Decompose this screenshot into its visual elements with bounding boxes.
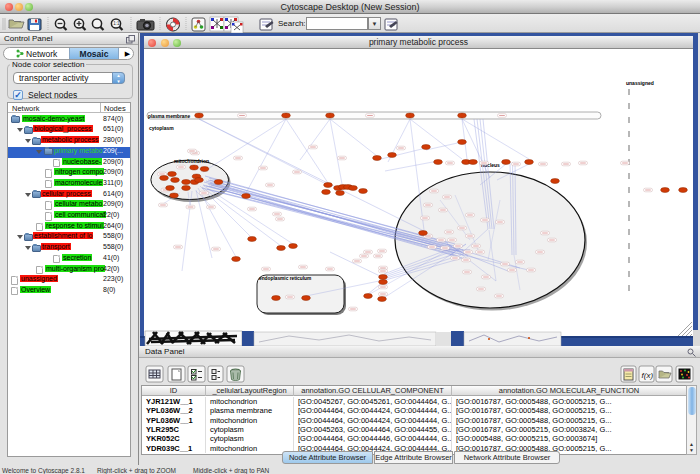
svg-text:mitochondrion: mitochondrion: [174, 158, 209, 164]
svg-text:plasma membrane: plasma membrane: [148, 114, 190, 119]
svg-text:1:1: 1:1: [113, 21, 120, 26]
svg-text:unassigned: unassigned: [626, 80, 654, 86]
svg-text:f(x): f(x): [642, 371, 654, 380]
svg-text:endoplasmic reticulum: endoplasmic reticulum: [259, 276, 311, 281]
svg-text:cytoplasm: cytoplasm: [149, 125, 174, 131]
